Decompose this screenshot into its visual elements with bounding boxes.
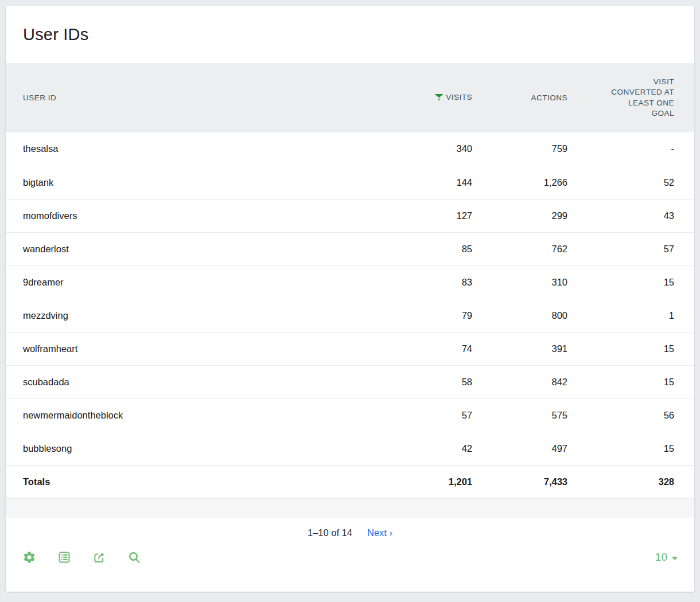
table-body: thesalsa 340 759 - bigtank 144 1,266 52 … <box>6 132 694 465</box>
user-id-cell: wanderlost <box>6 232 364 265</box>
table-row[interactable]: wanderlost 85 762 57 <box>6 232 694 265</box>
table-header-row: USER ID VISITS ACTIONS <box>6 63 694 132</box>
visits-cell: 85 <box>364 232 485 265</box>
table-row[interactable]: 9dreamer 83 310 15 <box>6 265 694 299</box>
visits-cell: 42 <box>364 432 485 465</box>
table-row[interactable]: mezzdving 79 800 1 <box>6 299 694 332</box>
actions-cell: 310 <box>485 265 582 299</box>
table-view-icon[interactable] <box>57 550 71 564</box>
goal-cell: 15 <box>582 365 694 398</box>
search-icon[interactable] <box>127 550 141 564</box>
user-id-cell: bigtank <box>6 166 364 199</box>
user-id-cell: thesalsa <box>6 132 364 166</box>
user-id-cell: scubadada <box>6 365 364 398</box>
goal-cell: 15 <box>582 265 694 299</box>
goal-cell: 52 <box>582 166 694 199</box>
actions-cell: 1,266 <box>485 166 582 199</box>
table-row[interactable]: scubadada 58 842 15 <box>6 365 694 398</box>
goal-cell: 15 <box>582 432 694 465</box>
goal-cell: 15 <box>582 332 694 365</box>
table-row[interactable]: bigtank 144 1,266 52 <box>6 166 694 199</box>
column-header-actions[interactable]: ACTIONS <box>485 63 582 132</box>
visits-cell: 340 <box>364 132 485 166</box>
actions-cell: 842 <box>485 365 582 398</box>
actions-cell: 391 <box>485 332 582 365</box>
visits-cell: 79 <box>364 299 485 332</box>
table-footer-strip <box>6 498 694 518</box>
totals-visits: 1,201 <box>364 465 485 498</box>
visits-cell: 74 <box>364 332 485 365</box>
user-ids-card: User IDs USER ID <box>6 6 694 592</box>
goal-cell: 43 <box>582 199 694 232</box>
column-header-visits[interactable]: VISITS <box>364 63 485 132</box>
actions-cell: 497 <box>485 432 582 465</box>
column-header-goal[interactable]: VISIT CONVERTED AT LEAST ONE GOAL <box>582 63 694 132</box>
export-icon[interactable] <box>92 550 106 564</box>
totals-goal: 328 <box>582 465 694 498</box>
totals-label: Totals <box>6 465 364 498</box>
column-header-label: USER ID <box>23 93 56 102</box>
goal-cell: 1 <box>582 299 694 332</box>
column-header-label: ACTIONS <box>531 93 567 102</box>
actions-cell: 299 <box>485 199 582 232</box>
chevron-down-icon <box>672 557 678 560</box>
column-header-user-id[interactable]: USER ID <box>6 63 364 132</box>
column-header-label: VISIT CONVERTED AT LEAST ONE GOAL <box>610 77 674 119</box>
column-header-label: VISITS <box>446 93 472 101</box>
page-title: User IDs <box>23 25 88 44</box>
goal-cell: 57 <box>582 232 694 265</box>
user-ids-table: USER ID VISITS ACTIONS <box>6 63 694 498</box>
table-row[interactable]: thesalsa 340 759 - <box>6 132 694 166</box>
visits-cell: 144 <box>364 166 485 199</box>
actions-cell: 759 <box>485 132 582 166</box>
footer-controls: 10 <box>6 550 694 564</box>
table-row[interactable]: newmermaidontheblock 57 575 56 <box>6 398 694 432</box>
actions-cell: 800 <box>485 299 582 332</box>
user-id-cell: 9dreamer <box>6 265 364 299</box>
table-row[interactable]: wolframheart 74 391 15 <box>6 332 694 365</box>
rows-per-page-value: 10 <box>655 551 667 564</box>
gear-icon[interactable] <box>22 550 36 564</box>
goal-cell: 56 <box>582 398 694 432</box>
user-id-cell: newmermaidontheblock <box>6 398 364 432</box>
visits-cell: 57 <box>364 398 485 432</box>
rows-per-page-selector[interactable]: 10 <box>655 551 678 564</box>
pagination-range: 1–10 of 14 <box>308 527 352 538</box>
goal-cell: - <box>582 132 694 166</box>
pagination: 1–10 of 14 Next › <box>6 527 694 538</box>
table-row[interactable]: momofdivers 127 299 43 <box>6 199 694 232</box>
user-id-cell: wolframheart <box>6 332 364 365</box>
user-id-cell: mezzdving <box>6 299 364 332</box>
user-id-cell: bubblesong <box>6 432 364 465</box>
visits-cell: 83 <box>364 265 485 299</box>
actions-cell: 762 <box>485 232 582 265</box>
card-header: User IDs <box>6 6 694 63</box>
sort-descending-icon <box>434 93 444 101</box>
actions-cell: 575 <box>485 398 582 432</box>
totals-row: Totals 1,201 7,433 328 <box>6 465 694 498</box>
pagination-next-link[interactable]: Next › <box>367 527 392 538</box>
table-row[interactable]: bubblesong 42 497 15 <box>6 432 694 465</box>
totals-actions: 7,433 <box>485 465 582 498</box>
user-id-cell: momofdivers <box>6 199 364 232</box>
card-footer: 1–10 of 14 Next › <box>6 518 694 592</box>
visits-cell: 58 <box>364 365 485 398</box>
visits-cell: 127 <box>364 199 485 232</box>
